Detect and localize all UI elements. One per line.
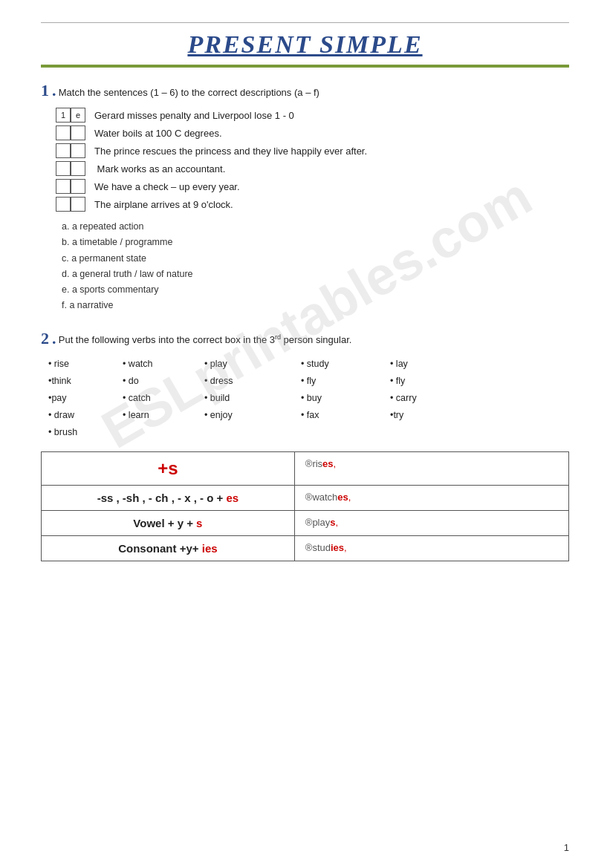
- verb-learn: • learn: [123, 407, 204, 424]
- section-2-number: 2: [41, 329, 49, 348]
- example-rises-prefix: ®ris: [305, 458, 322, 469]
- verb-fly1: • fly: [301, 373, 390, 390]
- page-title: PRESENT SIMPLE: [41, 30, 569, 59]
- verb-fly2: • fly: [390, 373, 457, 390]
- match-row-1: 1 e Gerard misses penalty and Liverpool …: [56, 108, 569, 123]
- verb-play: • play: [204, 356, 301, 373]
- vowel-y-label: Vowel + y + s: [133, 517, 202, 529]
- verb-dress: • dress: [204, 373, 301, 390]
- box-pair-1: 1 e: [56, 108, 85, 123]
- sentence-1: Gerard misses penalty and Liverpool lose…: [94, 110, 294, 121]
- verb-pay: •pay: [48, 390, 123, 407]
- section-1-dot: .: [52, 81, 56, 100]
- desc-f: f. a narrative: [62, 298, 569, 313]
- verb-do: • do: [123, 373, 204, 390]
- example-plays-comma: ,: [335, 517, 338, 528]
- page-number: 1: [564, 842, 569, 853]
- section-2: 2 . Put the following verbs into the cor…: [41, 329, 569, 562]
- box-1b[interactable]: e: [71, 108, 85, 123]
- conj-row-2: -ss , -sh , - ch , - x , - o + es ®watch…: [42, 486, 569, 511]
- example-studies-suffix: ies: [331, 542, 344, 553]
- verb-draw: • draw: [48, 407, 123, 424]
- example-watches-comma: ,: [348, 492, 351, 503]
- section-1: 1 . Match the sentences (1 – 6) to the c…: [41, 81, 569, 314]
- box-4a[interactable]: [56, 161, 71, 176]
- verb-enjoy: • enjoy: [204, 407, 301, 424]
- section-2-instruction: Put the following verbs into the correct…: [59, 333, 352, 345]
- descriptions: a. a repeated action b. a timetable / pr…: [62, 219, 569, 314]
- sentence-4: Mark works as an accountant.: [94, 163, 225, 174]
- sentence-2: Water boils at 100 C degrees.: [94, 128, 222, 139]
- conj-row-1: +s ®rises,: [42, 452, 569, 486]
- conj-row-4: Consonant +y+ ies ®studies,: [42, 536, 569, 561]
- verb-fax: • fax: [301, 407, 390, 424]
- box-6a[interactable]: [56, 197, 71, 212]
- match-row-4: Mark works as an accountant.: [56, 161, 569, 176]
- verb-try: •try: [390, 407, 457, 424]
- verb-build: • build: [204, 390, 301, 407]
- ss-sh-label: -ss , -sh , - ch , - x , - o + es: [97, 492, 239, 504]
- match-row-5: We have a check – up every year.: [56, 179, 569, 194]
- box-1a[interactable]: 1: [56, 108, 71, 123]
- desc-c: c. a permanent state: [62, 251, 569, 267]
- conj-right-1: ®rises,: [294, 452, 568, 486]
- section-1-instruction: Match the sentences (1 – 6) to the corre…: [59, 87, 319, 98]
- conj-left-3: Vowel + y + s: [42, 511, 295, 536]
- conj-row-3: Vowel + y + s ®plays,: [42, 511, 569, 536]
- example-studies-comma: ,: [344, 542, 347, 553]
- match-sentences: 1 e Gerard misses penalty and Liverpool …: [56, 108, 569, 212]
- verb-brush: • brush: [48, 424, 123, 441]
- verb-buy: • buy: [301, 390, 390, 407]
- section-1-header: 1 . Match the sentences (1 – 6) to the c…: [41, 81, 569, 100]
- verb-think: •think: [48, 373, 123, 390]
- box-2a[interactable]: [56, 125, 71, 140]
- section-1-number: 1: [41, 81, 49, 100]
- conjugation-table: +s ®rises, -ss , -sh , - ch , - x , - o …: [41, 451, 569, 561]
- box-5b[interactable]: [71, 179, 85, 194]
- example-plays-prefix: ®play: [305, 517, 330, 528]
- desc-d: d. a general truth / law of nature: [62, 267, 569, 282]
- example-watches-prefix: ®watch: [305, 492, 338, 503]
- box-2b[interactable]: [71, 125, 85, 140]
- box-6b[interactable]: [71, 197, 85, 212]
- example-studies-prefix: ®stud: [305, 542, 331, 553]
- plus-s-label: +s: [158, 458, 178, 478]
- verb-line-2: •think • do • dress • fly • fly: [48, 373, 569, 390]
- verb-line-1: • rise • watch • play • study • lay: [48, 356, 569, 373]
- example-rises-comma: ,: [334, 458, 337, 469]
- verb-line-4: • draw • learn • enjoy • fax •try: [48, 407, 569, 424]
- match-row-3: The prince rescues the princess and they…: [56, 143, 569, 158]
- verb-carry: • carry: [390, 390, 457, 407]
- match-row-6: The airplane arrives at 9 o'clock.: [56, 197, 569, 212]
- match-row-2: Water boils at 100 C degrees.: [56, 125, 569, 140]
- section-2-dot: .: [52, 329, 56, 348]
- sentence-3: The prince rescues the princess and they…: [94, 146, 367, 157]
- verb-line-3: •pay • catch • build • buy • carry: [48, 390, 569, 407]
- consonant-y-label: Consonant +y+ ies: [118, 542, 217, 555]
- conj-left-4: Consonant +y+ ies: [42, 536, 295, 561]
- box-pair-6: [56, 197, 85, 212]
- verb-catch: • catch: [123, 390, 204, 407]
- box-3b[interactable]: [71, 143, 85, 158]
- verb-line-5: • brush: [48, 424, 569, 441]
- box-5a[interactable]: [56, 179, 71, 194]
- conj-left-2: -ss , -sh , - ch , - x , - o + es: [42, 486, 295, 511]
- box-pair-2: [56, 125, 85, 140]
- verb-rise: • rise: [48, 356, 123, 373]
- green-divider: [41, 65, 569, 68]
- desc-e: e. a sports commentary: [62, 282, 569, 298]
- verbs-list: • rise • watch • play • study • lay •thi…: [48, 356, 569, 442]
- conj-right-4: ®studies,: [294, 536, 568, 561]
- box-pair-4: [56, 161, 85, 176]
- desc-b: b. a timetable / programme: [62, 235, 569, 250]
- top-divider: [41, 22, 569, 23]
- desc-a: a. a repeated action: [62, 219, 569, 235]
- verb-study: • study: [301, 356, 390, 373]
- box-4b[interactable]: [71, 161, 85, 176]
- verb-watch: • watch: [123, 356, 204, 373]
- conj-right-2: ®watches,: [294, 486, 568, 511]
- box-3a[interactable]: [56, 143, 71, 158]
- sentence-5: We have a check – up every year.: [94, 181, 240, 192]
- conj-right-3: ®plays,: [294, 511, 568, 536]
- section-2-header: 2 . Put the following verbs into the cor…: [41, 329, 569, 348]
